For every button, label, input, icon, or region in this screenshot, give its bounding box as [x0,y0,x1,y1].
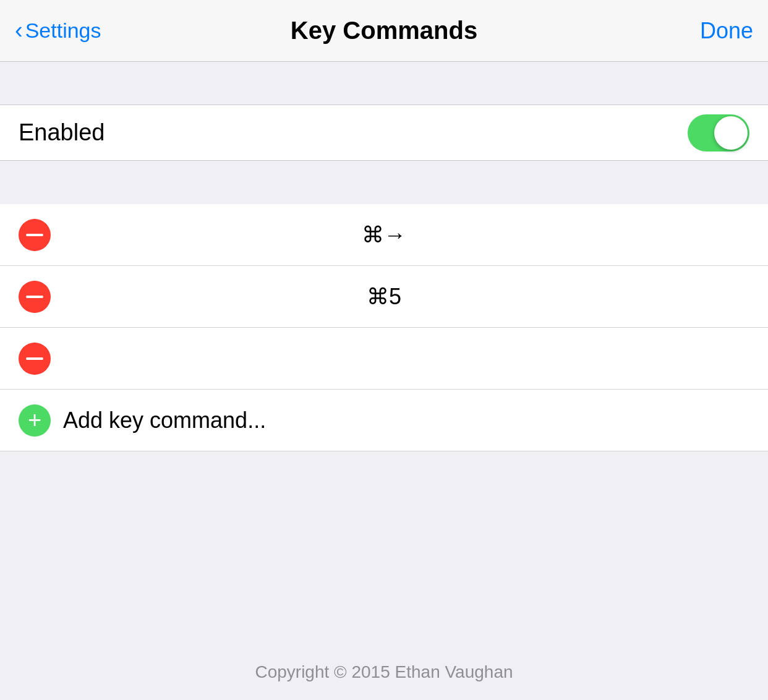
minus-icon-1 [26,234,43,236]
minus-icon-3 [26,357,43,360]
back-button[interactable]: ‹ Settings [15,17,101,44]
delete-button-2[interactable] [19,281,51,313]
middle-section-separator [0,161,768,204]
minus-icon-2 [26,296,43,298]
back-label: Settings [25,19,101,43]
enabled-label: Enabled [19,119,105,146]
toggle-knob [714,116,748,150]
enabled-row: Enabled [0,105,768,161]
add-label: Add key command... [63,408,266,433]
enabled-toggle[interactable] [688,114,749,152]
done-button[interactable]: Done [700,18,753,44]
command-key-1: ⌘→ [362,222,406,248]
page-title: Key Commands [291,17,477,45]
command-key-2: ⌘5 [367,284,401,310]
nav-bar: ‹ Settings Key Commands Done [0,0,768,62]
delete-button-3[interactable] [19,343,51,375]
command-row-2: ⌘5 [0,266,768,328]
command-row-1: ⌘→ [0,204,768,266]
back-chevron-icon: ‹ [15,17,23,44]
add-button[interactable]: + [19,404,51,437]
copyright-text: Copyright © 2015 Ethan Vaughan [255,662,513,682]
add-key-command-row[interactable]: + Add key command... [0,390,768,451]
command-row-3 [0,328,768,390]
delete-button-1[interactable] [19,219,51,251]
top-section-separator [0,62,768,105]
footer: Copyright © 2015 Ethan Vaughan [0,644,768,700]
plus-icon: + [28,408,41,432]
